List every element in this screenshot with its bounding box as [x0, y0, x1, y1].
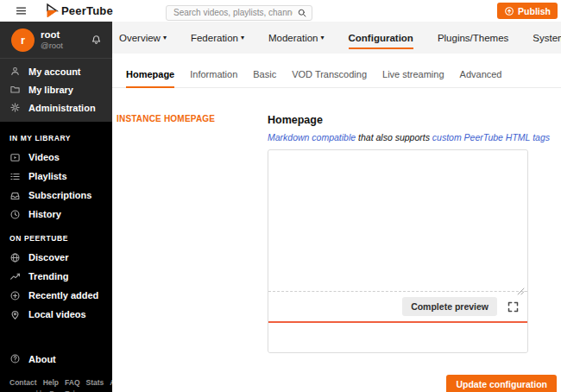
- tab-information[interactable]: Information: [190, 69, 237, 87]
- publish-button[interactable]: Publish: [497, 3, 558, 19]
- admin-nav: Overview ▾ Federation ▾ Moderation ▾ Con…: [112, 22, 561, 54]
- sidebar-item-about[interactable]: About: [0, 350, 112, 368]
- user-names: root @root: [41, 29, 63, 50]
- folder-icon: [9, 84, 21, 95]
- sidebar-item-label: Playlists: [28, 171, 67, 181]
- homepage-field-label: Homepage: [268, 114, 528, 126]
- menu-toggle-icon[interactable]: [15, 4, 28, 17]
- sidebar-item-subscriptions[interactable]: Subscriptions: [0, 186, 112, 205]
- tab-homepage[interactable]: Homepage: [126, 69, 174, 87]
- sidebar-item-discover[interactable]: Discover: [0, 248, 112, 267]
- peertube-html-tags-link[interactable]: custom PeerTube HTML tags: [432, 132, 550, 142]
- tab-advanced[interactable]: Advanced: [460, 69, 502, 87]
- markdown-editor: Complete preview: [268, 149, 528, 353]
- peertube-logo-icon[interactable]: [45, 3, 59, 18]
- sidebar-main-menu: IN MY LIBRARY Videos Playlists Subscript…: [0, 122, 112, 324]
- footer-link-stats[interactable]: Stats: [86, 378, 104, 387]
- sidebar-item-label: Administration: [28, 103, 96, 113]
- resize-grip-icon[interactable]: [517, 283, 525, 291]
- sidebar-item-playlists[interactable]: Playlists: [0, 167, 112, 186]
- avatar[interactable]: r: [11, 28, 35, 52]
- sidebar-item-label: About: [28, 354, 56, 364]
- sidebar-item-my-library[interactable]: My library: [0, 80, 112, 98]
- sidebar: r root @root My account My library Admin…: [0, 22, 112, 392]
- clock-icon: [9, 209, 21, 220]
- person-icon: [9, 66, 21, 77]
- user-section: r root @root My account My library Admin…: [0, 22, 112, 122]
- tab-vod-transcoding[interactable]: VOD Transcoding: [292, 69, 367, 87]
- top-bar: PeerTube Publish: [0, 0, 561, 22]
- admin-nav-system[interactable]: System ▾: [533, 33, 561, 43]
- admin-nav-label: Federation: [191, 33, 238, 43]
- map-pin-icon: [9, 309, 21, 320]
- sidebar-item-label: Trending: [28, 271, 68, 281]
- sidebar-item-trending[interactable]: Trending: [0, 267, 112, 286]
- user-name: root: [41, 29, 63, 41]
- form-left-column: INSTANCE HOMEPAGE: [117, 114, 268, 392]
- globe-icon: [9, 252, 21, 263]
- user-handle: @root: [41, 41, 63, 51]
- caret-down-icon: ▾: [163, 35, 167, 41]
- sidebar-item-label: Local videos: [28, 309, 86, 319]
- complete-preview-button[interactable]: Complete preview: [402, 297, 497, 316]
- maximize-icon[interactable]: [507, 300, 520, 313]
- plus-circle-icon: [9, 290, 21, 301]
- brand-title[interactable]: PeerTube: [61, 4, 113, 17]
- homepage-textarea[interactable]: [268, 150, 527, 292]
- section-heading: ON PEERTUBE: [0, 224, 112, 248]
- sidebar-item-label: Recently added: [28, 290, 98, 300]
- footer-powered-by: powered by PeerTube: [0, 387, 112, 392]
- admin-nav-label: Moderation: [268, 33, 318, 43]
- footer-links: Contact Help FAQ Stats API: [0, 368, 112, 387]
- sidebar-item-administration[interactable]: Administration: [0, 98, 112, 117]
- gear-icon: [9, 102, 21, 113]
- admin-nav-plugins-themes[interactable]: Plugins/Themes: [438, 33, 508, 43]
- sidebar-item-label: Videos: [28, 152, 60, 162]
- admin-nav-moderation[interactable]: Moderation ▾: [268, 33, 325, 43]
- footer-link-faq[interactable]: FAQ: [65, 378, 79, 387]
- footer-link-help[interactable]: Help: [43, 378, 59, 387]
- main-area: Overview ▾ Federation ▾ Moderation ▾ Con…: [112, 22, 561, 392]
- upload-icon: [504, 6, 514, 16]
- tab-live-streaming[interactable]: Live streaming: [382, 69, 444, 87]
- admin-nav-label: System: [533, 33, 561, 43]
- sidebar-item-label: Discover: [28, 252, 68, 262]
- admin-nav-label: Configuration: [349, 33, 413, 43]
- search-input[interactable]: [166, 5, 312, 21]
- sidebar-item-my-account[interactable]: My account: [0, 62, 112, 80]
- instance-homepage-anchor[interactable]: INSTANCE HOMEPAGE: [117, 114, 268, 123]
- admin-nav-configuration[interactable]: Configuration: [349, 33, 413, 43]
- admin-nav-label: Plugins/Themes: [438, 33, 508, 43]
- config-content: INSTANCE HOMEPAGE Homepage Markdown comp…: [112, 88, 561, 392]
- editor-actions: Complete preview: [268, 292, 527, 321]
- user-menu[interactable]: r root @root: [0, 22, 112, 58]
- sidebar-item-history[interactable]: History: [0, 205, 112, 224]
- markdown-compatible-link[interactable]: Markdown compatible: [268, 132, 356, 142]
- sidebar-item-label: History: [28, 209, 61, 219]
- question-circle-icon: [9, 353, 21, 364]
- inbox-icon: [9, 190, 21, 201]
- search-icon[interactable]: [297, 6, 307, 16]
- notifications-bell-icon[interactable]: [90, 33, 103, 46]
- footer-link-api[interactable]: API: [110, 378, 112, 387]
- update-configuration-button[interactable]: Update configuration: [446, 375, 557, 392]
- divider: [0, 58, 112, 59]
- admin-nav-label: Overview: [119, 33, 161, 43]
- sidebar-footer: About Contact Help FAQ Stats API powered…: [0, 350, 112, 392]
- sidebar-item-label: My account: [28, 66, 81, 77]
- admin-nav-overview[interactable]: Overview ▾: [119, 33, 167, 43]
- section-heading: IN MY LIBRARY: [0, 123, 112, 148]
- caret-down-icon: ▾: [321, 35, 325, 41]
- sidebar-item-videos[interactable]: Videos: [0, 148, 112, 167]
- tab-basic[interactable]: Basic: [253, 69, 276, 87]
- playlist-icon: [9, 171, 21, 182]
- sidebar-item-recently-added[interactable]: Recently added: [0, 286, 112, 305]
- markdown-hint: Markdown compatible that also supports c…: [268, 132, 528, 142]
- form-actions: Update configuration: [268, 375, 557, 392]
- trending-up-icon: [9, 271, 21, 282]
- admin-nav-federation[interactable]: Federation ▾: [191, 33, 244, 43]
- sidebar-item-local-videos[interactable]: Local videos: [0, 305, 112, 324]
- config-tabs: Homepage Information Basic VOD Transcodi…: [112, 69, 561, 88]
- hint-middle-text: that also supports: [356, 132, 432, 142]
- footer-link-contact[interactable]: Contact: [9, 378, 37, 387]
